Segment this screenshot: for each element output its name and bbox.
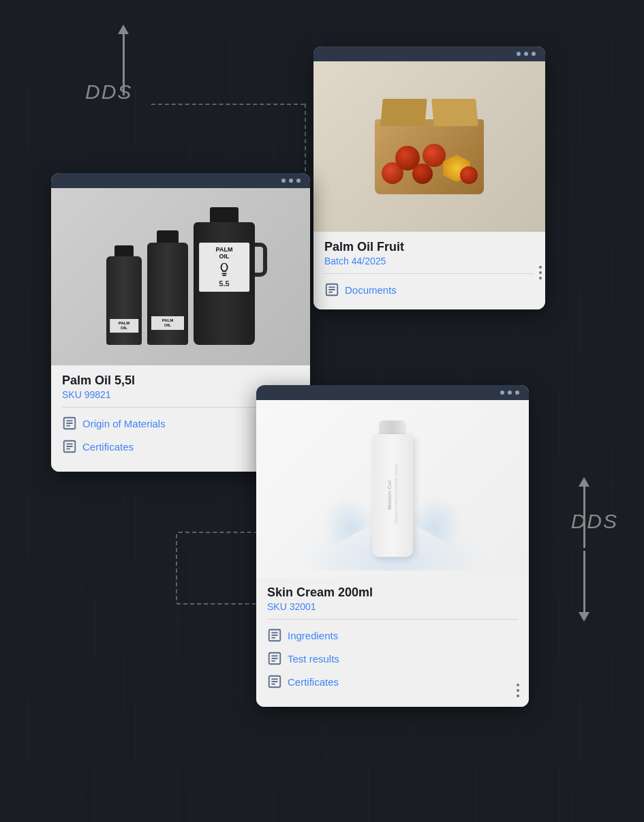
card-palm-fruit: Palm Oil Fruit Batch 44/2025 Documents <box>313 46 545 309</box>
fruit-menu-dot-2 <box>539 271 542 274</box>
dds-label-top: DDS <box>85 80 132 104</box>
dashed-connector-vertical-left <box>305 104 306 179</box>
card-palm-fruit-body: Palm Oil Fruit Batch 44/2025 Documents <box>313 232 545 309</box>
list-icon-documents <box>324 282 339 297</box>
palm-fruit-subtitle: Batch 44/2025 <box>324 256 534 267</box>
dot1 <box>517 52 521 56</box>
list-icon-origin <box>62 416 77 431</box>
palm-fruit-graphic <box>375 99 484 194</box>
list-icon-test-results <box>267 651 282 666</box>
skin-cream-context-menu[interactable] <box>517 684 519 697</box>
documents-link-label: Documents <box>345 284 397 296</box>
dot1 <box>281 179 286 183</box>
fruit-menu-dot-3 <box>539 277 542 279</box>
palm-fruit-image <box>313 61 545 232</box>
palm-fruit-title: Palm Oil Fruit <box>324 240 534 254</box>
svg-rect-5 <box>222 275 226 276</box>
dot2 <box>289 179 293 183</box>
certificates-link-label: Certificates <box>82 441 134 453</box>
card-palm-oil-dots[interactable] <box>281 179 301 183</box>
certificates-2-link-label: Certificates <box>288 676 339 688</box>
skin-cream-test-results-link[interactable]: Test results <box>267 647 518 670</box>
card-skin-cream-header <box>256 385 529 400</box>
dot3 <box>515 391 519 395</box>
svg-rect-4 <box>221 273 226 274</box>
card-skin-cream: Maison Cui Targeted Ultra Nourishing Cre… <box>256 385 529 707</box>
fruit-menu-dot-1 <box>539 266 542 269</box>
palm-fruit-context-menu[interactable] <box>539 266 542 279</box>
palm-fruit-documents-link[interactable]: Documents <box>324 278 534 301</box>
list-icon-certificates-2 <box>267 674 282 689</box>
dds-label-bottom: DDS <box>571 510 618 533</box>
skin-cream-image: Maison Cui Targeted Ultra Nourishing Cre… <box>256 400 529 577</box>
menu-dot-1 <box>517 684 519 686</box>
skin-cream-subtitle: SKU 32001 <box>267 601 518 612</box>
dot3 <box>532 52 536 56</box>
card-skin-cream-dots[interactable] <box>500 391 519 395</box>
card-palm-fruit-header <box>313 46 545 61</box>
test-results-link-label: Test results <box>288 653 339 665</box>
dot2 <box>524 52 528 56</box>
skin-cream-certificates-link[interactable]: Certificates <box>267 670 518 693</box>
origin-link-label: Origin of Materials <box>82 418 166 429</box>
menu-dot-2 <box>517 689 519 692</box>
dot3 <box>296 179 301 183</box>
menu-dot-3 <box>517 695 519 697</box>
card-palm-fruit-dots[interactable] <box>517 52 536 56</box>
ingredients-link-label: Ingredients <box>288 630 338 641</box>
list-icon-certificates <box>62 439 77 454</box>
arrow-down-right <box>579 551 589 622</box>
palm-oil-graphic: PALMOIL PALMOIL PALMOIL <box>106 209 255 345</box>
dot2 <box>508 391 512 395</box>
card-skin-cream-body: Skin Cream 200ml SKU 32001 Ingredients T… <box>256 577 529 707</box>
skin-cream-ingredients-link[interactable]: Ingredients <box>267 624 518 647</box>
list-icon-ingredients <box>267 628 282 643</box>
dashed-connector-top <box>151 104 305 105</box>
dot1 <box>500 391 504 395</box>
palm-oil-image: PALMOIL PALMOIL PALMOIL <box>51 188 310 365</box>
card-palm-oil-header <box>51 173 310 188</box>
skin-cream-title: Skin Cream 200ml <box>267 585 518 600</box>
